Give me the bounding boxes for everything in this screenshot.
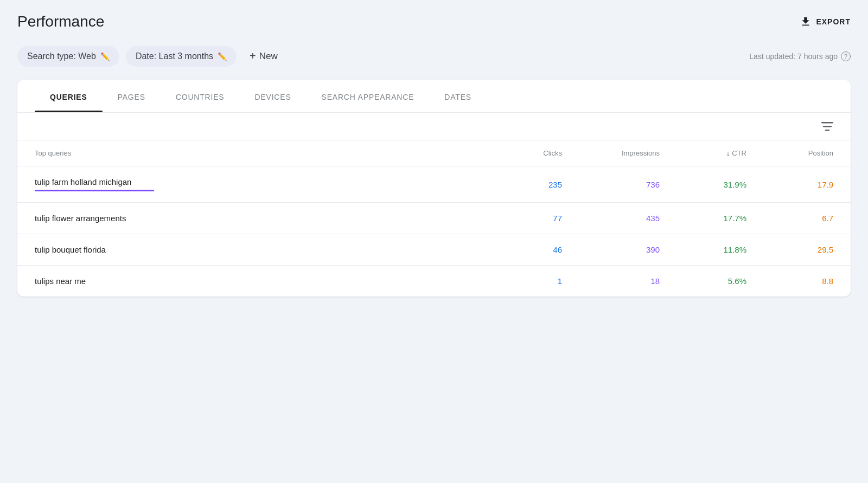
edit-date-icon: ✏️ xyxy=(218,52,227,61)
ctr-value: 31.9% xyxy=(660,180,746,189)
query-cell: tulips near me xyxy=(35,276,475,286)
tab-dates[interactable]: DATES xyxy=(429,80,487,112)
impressions-value: 390 xyxy=(562,245,660,254)
tabs-row: QUERIES PAGES COUNTRIES DEVICES SEARCH A… xyxy=(17,80,851,113)
ctr-value: 5.6% xyxy=(660,276,746,286)
clicks-value: 1 xyxy=(475,276,562,286)
query-cell: tulip farm holland michigan xyxy=(35,177,475,191)
impressions-value: 736 xyxy=(562,180,660,189)
clicks-value: 77 xyxy=(475,214,562,223)
tab-devices[interactable]: DEVICES xyxy=(239,80,306,112)
ctr-value: 17.7% xyxy=(660,214,746,223)
export-button[interactable]: EXPORT xyxy=(800,16,851,28)
help-icon[interactable]: ? xyxy=(841,51,851,61)
table-row: tulip flower arrangements 77 435 17.7% 6… xyxy=(17,203,851,234)
filter-row xyxy=(17,113,851,140)
query-cell: tulip bouquet florida xyxy=(35,245,475,254)
query-underline xyxy=(35,190,154,191)
sort-down-icon: ↓ xyxy=(726,149,730,157)
tab-queries[interactable]: QUERIES xyxy=(35,80,103,112)
svg-rect-2 xyxy=(825,130,829,131)
page-title: Performance xyxy=(17,13,104,30)
table-container: Top queries Clicks Impressions ↓ CTR Pos… xyxy=(17,140,851,297)
edit-search-type-icon: ✏️ xyxy=(100,52,110,61)
clicks-value: 235 xyxy=(475,180,562,189)
tab-search-appearance[interactable]: SEARCH APPEARANCE xyxy=(307,80,430,112)
col-header-clicks: Clicks xyxy=(475,149,562,157)
svg-rect-1 xyxy=(823,126,832,127)
tab-pages[interactable]: PAGES xyxy=(103,80,161,112)
search-type-filter[interactable]: Search type: Web ✏️ xyxy=(17,46,119,67)
col-header-query: Top queries xyxy=(35,149,475,157)
table-row: tulip farm holland michigan 235 736 31.9… xyxy=(17,166,851,203)
new-filter-button[interactable]: + New xyxy=(243,46,284,67)
position-value: 8.8 xyxy=(746,276,833,286)
position-value: 6.7 xyxy=(746,214,833,223)
last-updated: Last updated: 7 hours ago ? xyxy=(749,51,851,61)
col-header-ctr: ↓ CTR xyxy=(660,149,746,157)
export-icon xyxy=(800,16,812,28)
svg-rect-0 xyxy=(821,122,833,124)
query-cell: tulip flower arrangements xyxy=(35,214,475,223)
table-header: Top queries Clicks Impressions ↓ CTR Pos… xyxy=(17,140,851,166)
main-card: QUERIES PAGES COUNTRIES DEVICES SEARCH A… xyxy=(17,80,851,297)
position-value: 29.5 xyxy=(746,245,833,254)
table-row: tulip bouquet florida 46 390 11.8% 29.5 xyxy=(17,234,851,266)
table-row: tulips near me 1 18 5.6% 8.8 xyxy=(17,266,851,297)
impressions-value: 435 xyxy=(562,214,660,223)
ctr-value: 11.8% xyxy=(660,245,746,254)
col-header-impressions: Impressions xyxy=(562,149,660,157)
filter-rows-button[interactable] xyxy=(821,121,833,131)
filter-rows-icon xyxy=(821,121,833,131)
impressions-value: 18 xyxy=(562,276,660,286)
date-filter[interactable]: Date: Last 3 months ✏️ xyxy=(126,46,237,67)
col-header-position: Position xyxy=(746,149,833,157)
filters-bar: Search type: Web ✏️ Date: Last 3 months … xyxy=(17,46,851,67)
plus-icon: + xyxy=(250,50,256,62)
tab-countries[interactable]: COUNTRIES xyxy=(161,80,240,112)
position-value: 17.9 xyxy=(746,180,833,189)
clicks-value: 46 xyxy=(475,245,562,254)
